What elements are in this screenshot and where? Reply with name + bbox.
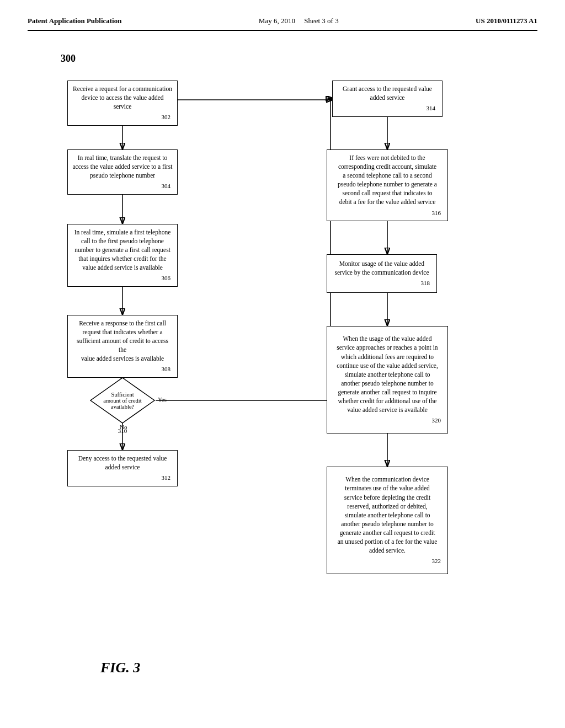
box-302-text: Receive a request for a communicationdev… [72, 84, 173, 111]
box-308-number: 308 [162, 365, 173, 373]
fig-label: FIG. 3 [100, 660, 140, 676]
header-center: May 6, 2010 Sheet 3 of 3 [259, 17, 339, 25]
diamond-310-text: Sufficientamount of creditavailable? [89, 377, 156, 424]
box-302: Receive a request for a communicationdev… [67, 81, 178, 126]
label-yes: Yes [158, 396, 167, 403]
box-320-number: 320 [432, 416, 444, 425]
box-316: If fees were not debited to thecorrespon… [327, 149, 448, 221]
box-318-text: Monitor usage of the value addedservice … [334, 259, 429, 277]
box-314: Grant access to the requested valueadded… [332, 81, 443, 117]
box-316-number: 316 [432, 209, 444, 217]
box-314-number: 314 [427, 104, 438, 113]
box-302-number: 302 [162, 113, 173, 121]
diamond-310-wrapper: Sufficientamount of creditavailable? 310 [89, 377, 156, 424]
header-date: May 6, 2010 [259, 17, 295, 25]
box-304-number: 304 [162, 182, 173, 190]
box-314-text: Grant access to the requested valueadded… [343, 84, 432, 102]
box-316-text: If fees were not debited to thecorrespon… [338, 153, 437, 207]
flowchart: Receive a request for a communicationdev… [34, 53, 531, 676]
box-322-number: 322 [432, 557, 444, 565]
box-308-text: Receive a response to the first callrequ… [72, 319, 173, 363]
box-304: In real time, translate the request toac… [67, 149, 178, 195]
box-320: When the usage of the value addedservice… [327, 326, 448, 433]
box-312-text: Deny access to the requested valueadded … [78, 454, 167, 472]
box-308: Receive a response to the first callrequ… [67, 315, 178, 378]
box-306-number: 306 [162, 274, 173, 282]
diagram-container: 300 [28, 53, 537, 676]
box-322: When the communication deviceterminates … [327, 467, 448, 574]
box-312: Deny access to the requested valueadded … [67, 450, 178, 486]
box-312-number: 312 [162, 474, 173, 482]
page: Patent Application Publication May 6, 20… [0, 0, 565, 728]
label-no: No [120, 424, 127, 430]
box-318-number: 318 [421, 279, 433, 287]
box-304-text: In real time, translate the request toac… [72, 153, 172, 180]
box-320-text: When the usage of the value addedservice… [337, 334, 438, 414]
header-right: US 2010/0111273 A1 [476, 17, 537, 25]
header-left: Patent Application Publication [28, 17, 121, 25]
box-306-text: In real time, simulate a first telephone… [74, 228, 171, 272]
box-318: Monitor usage of the value addedservice … [327, 254, 437, 293]
header-sheet: Sheet 3 of 3 [304, 17, 338, 25]
page-header: Patent Application Publication May 6, 20… [28, 17, 537, 31]
box-306: In real time, simulate a first telephone… [67, 224, 178, 287]
box-322-text: When the communication deviceterminates … [338, 475, 438, 555]
